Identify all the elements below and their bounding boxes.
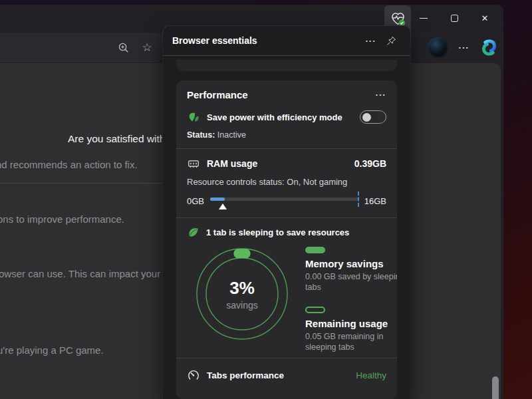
donut-center-label: 3% savings (192, 244, 292, 344)
browser-essentials-panel: Browser essentials ••• Performance ••• S… (163, 26, 410, 399)
slider-max-label: 16GB (364, 196, 386, 206)
copilot-icon[interactable] (480, 39, 498, 57)
efficiency-leaves-icon (187, 110, 200, 124)
efficiency-mode-row: Save power with efficiency mode (187, 110, 386, 124)
page-text-line: nd recommends an action to fix. (0, 159, 138, 170)
performance-title: Performance (187, 89, 376, 100)
divider (176, 217, 397, 218)
address-bar[interactable]: ☆ (0, 33, 164, 63)
pin-button[interactable] (381, 31, 401, 50)
minimize-icon (420, 18, 428, 19)
panel-title: Browser essentials (172, 35, 361, 46)
ram-usage-value: 0.39GB (354, 158, 386, 169)
ram-slider-row: 0GB 16GB (187, 193, 386, 209)
slider-max-tick (358, 192, 359, 207)
toggle-knob (362, 113, 371, 122)
savings-donut-chart: 3% savings (192, 244, 292, 344)
sleeping-tabs-row: 1 tab is sleeping to save resources (187, 226, 386, 239)
efficiency-mode-label: Save power with efficiency mode (207, 112, 353, 122)
minimize-button[interactable] (408, 5, 439, 32)
maximize-button[interactable] (439, 5, 469, 32)
legend-title: Memory savings (305, 258, 397, 269)
tabs-performance-status: Healthy (356, 370, 386, 380)
page-scrollbar-thumb[interactable] (492, 376, 499, 399)
profile-avatar[interactable] (428, 37, 448, 58)
savings-percent: 3% (229, 278, 255, 299)
tabs-performance-label: Tabs performance (207, 370, 349, 380)
performance-more-button[interactable]: ••• (376, 92, 386, 98)
performance-card-header: Performance ••• (176, 80, 397, 100)
status-label: Status: (187, 130, 215, 140)
favorites-star-icon[interactable]: ☆ (138, 39, 156, 57)
slider-min-label: 0GB (187, 196, 204, 206)
close-icon: ✕ (481, 13, 489, 23)
maximize-icon (451, 15, 458, 22)
legend-desc: 0.00 GB saved by sleeping tabs (305, 271, 397, 293)
ram-slider-track[interactable] (210, 198, 358, 201)
savings-chart-row: 3% savings Memory savings 0.00 GB saved … (187, 244, 386, 349)
legend-remaining-usage: Remaining usage 0.05 GB remaining in sle… (305, 307, 397, 352)
legend-desc: 0.05 GB remaining in sleeping tabs (305, 331, 397, 352)
divider (176, 358, 397, 358)
scrolled-card-edge (176, 60, 397, 71)
ram-usage-label: RAM usage (207, 158, 348, 169)
legend-memory-savings: Memory savings 0.00 GB saved by sleeping… (305, 247, 397, 293)
sleeping-leaf-icon (187, 226, 200, 239)
slider-fill (210, 198, 225, 201)
toolbar-right: ••• (428, 32, 501, 63)
zoom-in-icon[interactable] (114, 39, 132, 57)
performance-card: Performance ••• Save power with efficien… (176, 80, 397, 399)
heart-pulse-icon (390, 11, 406, 27)
legend-title: Remaining usage (305, 318, 397, 329)
ram-chip-icon (187, 157, 200, 170)
page-text-line: ons to improve performance. (0, 213, 124, 225)
page-divider (0, 183, 166, 184)
efficiency-mode-toggle[interactable] (360, 110, 386, 124)
efficiency-status: Status: Inactive (187, 130, 386, 140)
page-text-line: rowser can use. This can impact your bro… (0, 268, 185, 279)
gauge-icon (187, 368, 200, 382)
settings-more-button[interactable]: ••• (459, 45, 469, 51)
tabs-performance-row[interactable]: Tabs performance Healthy (187, 365, 386, 385)
status-value: Inactive (215, 130, 246, 140)
panel-more-button[interactable]: ••• (361, 31, 381, 50)
divider (176, 148, 397, 149)
filled-pill-swatch (305, 247, 325, 253)
savings-caption: savings (226, 300, 257, 311)
close-button[interactable]: ✕ (469, 5, 500, 32)
panel-header: Browser essentials ••• (163, 26, 410, 56)
pin-icon (386, 35, 397, 47)
ram-usage-row: RAM usage 0.39GB (187, 157, 386, 170)
resource-controls-status: Resource controls status: On, Not gaming (187, 177, 386, 187)
chart-legend: Memory savings 0.00 GB saved by sleeping… (305, 244, 397, 349)
page-text-line: u're playing a PC game. (0, 344, 104, 356)
slider-marker[interactable] (219, 203, 227, 209)
outline-pill-swatch (305, 307, 325, 313)
sleeping-tabs-label: 1 tab is sleeping to save resources (206, 227, 349, 237)
window-controls: ✕ (408, 5, 500, 32)
